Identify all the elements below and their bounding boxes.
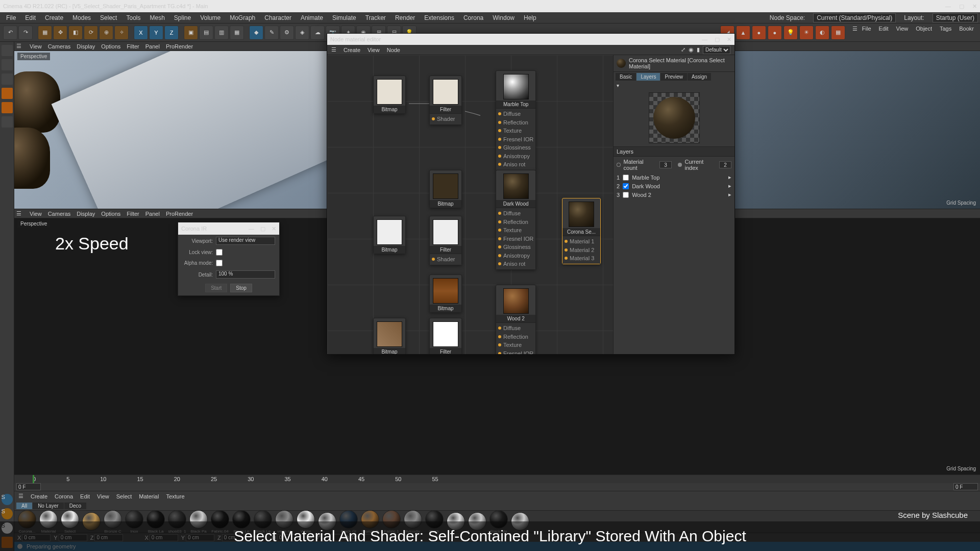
node-wood2[interactable]: Wood 2DiffuseReflectionTextureFresnel IO… <box>496 285 536 354</box>
picture-viewer-icon[interactable]: ▦ <box>230 26 244 40</box>
tab-basic[interactable]: Basic <box>616 73 636 81</box>
corona-ir-window[interactable]: Corona IR — ▢ ✕ Viewport:Use render view… <box>178 222 280 296</box>
undo-icon[interactable]: ↶ <box>3 26 17 40</box>
y-axis-icon[interactable]: Y <box>149 26 163 40</box>
alpha-checkbox[interactable] <box>216 260 223 266</box>
minimize-icon[interactable]: — <box>249 226 254 232</box>
node-corona-select[interactable]: Corona Se...Material 1Material 2Material… <box>562 198 601 264</box>
vp-menu-display[interactable]: Display <box>77 211 95 217</box>
corona-tool-icon[interactable]: ▲ <box>736 26 750 40</box>
node-dark-wood[interactable]: Dark WoodDiffuseReflectionTextureFresnel… <box>496 170 536 270</box>
panel-edit[interactable]: Edit <box>876 26 892 40</box>
radio-icon[interactable] <box>617 163 621 167</box>
node-port[interactable]: Reflection <box>498 333 533 341</box>
vp-menu-options[interactable]: Options <box>101 43 120 49</box>
tool-icon[interactable]: ⊕ <box>99 26 113 40</box>
menu-render[interactable]: Render <box>391 13 419 22</box>
mat-tab-deco[interactable]: Deco <box>64 503 86 509</box>
ne-menu-view[interactable]: View <box>368 47 380 53</box>
minimize-icon[interactable]: — <box>945 3 951 10</box>
node-port[interactable]: Fresnel IOR <box>498 235 533 243</box>
ne-menu-node[interactable]: Node <box>387 47 400 53</box>
frame-end-input[interactable] <box>953 483 978 490</box>
primitive-icon[interactable]: ◆ <box>249 26 263 40</box>
layer-row[interactable]: 1 Marble Top ▸ <box>614 173 734 182</box>
vp-menu-filter[interactable]: Filter <box>127 43 139 49</box>
node-port[interactable]: Diffuse <box>498 110 533 118</box>
texture-mode-icon[interactable] <box>2 59 13 70</box>
node-bitmap[interactable]: Bitmap <box>429 170 462 208</box>
menu-tools[interactable]: Tools <box>122 13 144 22</box>
arrow-icon[interactable]: ▸ <box>728 174 731 181</box>
mat-tab-all[interactable]: All <box>16 503 32 509</box>
node-port[interactable]: Diffuse <box>498 324 533 333</box>
corona-tool-icon[interactable]: 💡 <box>783 26 798 40</box>
panel-bookmarks[interactable]: Bookr <box>956 26 977 40</box>
menu-tracker[interactable]: Tracker <box>361 13 390 22</box>
snap-icon[interactable]: S <box>2 508 13 519</box>
vp-menu-prorender[interactable]: ProRender <box>166 43 193 49</box>
node-material-editor-window[interactable]: Node material editor — ▢ ✕ ☰ Create View… <box>327 33 735 355</box>
vp-menu-panel[interactable]: Panel <box>145 211 160 217</box>
layer-checkbox[interactable] <box>623 192 629 198</box>
panel-file[interactable]: File <box>859 26 874 40</box>
tab-preview[interactable]: Preview <box>660 73 687 81</box>
detail-field[interactable]: 100 % <box>216 270 275 279</box>
node-port[interactable]: Texture <box>498 127 533 135</box>
node-port[interactable]: Glossiness <box>498 243 533 252</box>
node-port[interactable]: Aniso rot <box>498 160 533 169</box>
nav-icon[interactable]: ⤢ <box>681 46 685 53</box>
material-count-input[interactable] <box>659 161 672 168</box>
environment-icon[interactable]: ☁ <box>310 26 325 40</box>
menu-mesh[interactable]: Mesh <box>145 13 168 22</box>
menu-simulate[interactable]: Simulate <box>328 13 360 22</box>
node-marble-top[interactable]: Marble TopDiffuseReflectionTextureFresne… <box>496 70 536 170</box>
mat-menu-corona[interactable]: Corona <box>55 493 73 499</box>
node-bitmap[interactable]: Bitmap <box>373 216 406 254</box>
menu-select[interactable]: Select <box>96 13 121 22</box>
point-mode-icon[interactable] <box>2 88 13 99</box>
lockview-checkbox[interactable] <box>216 249 223 256</box>
edge-mode-icon[interactable] <box>2 102 13 113</box>
mat-menu-select[interactable]: Select <box>116 493 132 499</box>
move-tool-icon[interactable]: ✥ <box>53 26 67 40</box>
workplane-icon[interactable] <box>2 73 13 85</box>
node-space-dropdown[interactable]: Current (Standard/Physical) <box>813 13 896 22</box>
node-port[interactable]: Reflection <box>498 218 533 227</box>
tool-icon[interactable]: ✧ <box>114 26 129 40</box>
node-port[interactable]: Texture <box>498 341 533 349</box>
viewport-dropdown[interactable]: Use render view <box>216 237 275 245</box>
menu-extensions[interactable]: Extensions <box>420 13 458 22</box>
radio-icon[interactable] <box>678 163 682 167</box>
maximize-icon[interactable]: ▢ <box>715 36 720 43</box>
mat-tab-nolayer[interactable]: No Layer <box>33 503 64 509</box>
ne-menu-create[interactable]: Create <box>344 47 360 53</box>
scale-tool-icon[interactable]: ◧ <box>68 26 83 40</box>
vp-menu-prorender[interactable]: ProRender <box>166 211 193 217</box>
menu-volume[interactable]: Volume <box>196 13 225 22</box>
arrow-icon[interactable]: ▸ <box>728 183 731 189</box>
menu-mograph[interactable]: MoGraph <box>226 13 259 22</box>
panel-tags[interactable]: Tags <box>937 26 954 40</box>
vp-menu-cameras[interactable]: Cameras <box>48 211 71 217</box>
node-port[interactable]: Anisotropy <box>498 152 533 161</box>
layer-checkbox[interactable] <box>623 174 629 181</box>
corona-tool-icon[interactable]: ● <box>752 26 766 40</box>
node-port[interactable]: Reflection <box>498 118 533 127</box>
mat-menu-edit[interactable]: Edit <box>80 493 90 499</box>
snap-icon[interactable]: S <box>2 494 13 505</box>
menu-file[interactable]: File <box>2 13 20 22</box>
layer-row[interactable]: 2 Dark Wood ▸ <box>614 182 734 190</box>
x-axis-icon[interactable]: X <box>134 26 148 40</box>
node-filter[interactable]: FilterShader <box>429 216 462 265</box>
corona-tool-icon[interactable]: ☀ <box>799 26 814 40</box>
layout-dropdown[interactable]: Startup (User) <box>933 13 978 22</box>
node-filter[interactable]: FilterShader <box>429 76 462 125</box>
mat-menu-create[interactable]: Create <box>31 493 47 499</box>
vp-menu-view[interactable]: View <box>30 43 42 49</box>
maximize-icon[interactable]: ▢ <box>959 3 964 10</box>
menu-modes[interactable]: Modes <box>68 13 95 22</box>
corona-tool-icon[interactable]: ● <box>768 26 782 40</box>
z-axis-icon[interactable]: Z <box>164 26 179 40</box>
model-mode-icon[interactable] <box>2 45 13 56</box>
